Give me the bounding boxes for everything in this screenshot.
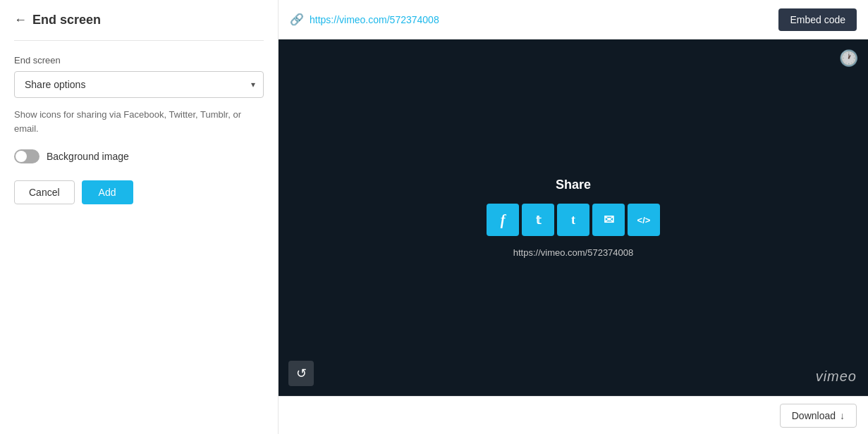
back-header: ← End screen	[0, 0, 278, 40]
clock-icon: 🕐	[839, 49, 858, 68]
add-button[interactable]: Add	[82, 180, 133, 204]
link-icon: 🔗	[290, 13, 304, 26]
email-share-button[interactable]: ✉	[592, 204, 625, 236]
toggle-label: Background image	[47, 151, 129, 162]
left-panel: ← End screen End screen Share options Su…	[0, 0, 279, 434]
background-image-toggle[interactable]	[14, 149, 39, 163]
twitter-share-button[interactable]: 𝕥	[522, 204, 554, 236]
share-section: Share f 𝕥 t ✉ </> https://vimeo.com/5723…	[487, 178, 660, 258]
end-screen-select[interactable]: Share options Subscribe Watch again Noth…	[14, 71, 264, 98]
url-left: 🔗 https://vimeo.com/572374008	[290, 13, 439, 26]
panel-body: End screen Share options Subscribe Watch…	[0, 41, 278, 218]
replay-button[interactable]: ↺	[288, 361, 314, 386]
facebook-share-button[interactable]: f	[487, 204, 519, 236]
toggle-thumb	[16, 151, 27, 162]
share-icons: f 𝕥 t ✉ </>	[487, 204, 660, 236]
url-bar: 🔗 https://vimeo.com/572374008 Embed code	[279, 0, 868, 39]
button-row: Cancel Add	[14, 180, 264, 204]
embed-share-button[interactable]: </>	[628, 204, 660, 236]
description-text: Show icons for sharing via Facebook, Twi…	[14, 108, 264, 135]
field-label: End screen	[14, 55, 264, 66]
share-url-text: https://vimeo.com/572374008	[513, 247, 634, 258]
download-label: Download	[792, 410, 836, 421]
share-title: Share	[556, 178, 591, 192]
download-button[interactable]: Download ↓	[780, 404, 857, 428]
right-panel: 🔗 https://vimeo.com/572374008 Embed code…	[279, 0, 868, 434]
back-arrow-icon[interactable]: ←	[14, 13, 27, 27]
background-image-toggle-row: Background image	[14, 149, 264, 163]
replay-icon: ↺	[296, 366, 307, 381]
video-preview: 🕐 Share f 𝕥 t ✉ </> https://vimeo.com/57…	[279, 39, 868, 396]
video-url[interactable]: https://vimeo.com/572374008	[310, 14, 439, 25]
dropdown-wrapper: Share options Subscribe Watch again Noth…	[14, 71, 264, 98]
cancel-button[interactable]: Cancel	[14, 180, 75, 204]
download-arrow-icon: ↓	[840, 410, 845, 421]
vimeo-logo: vimeo	[816, 368, 857, 385]
embed-code-button[interactable]: Embed code	[778, 8, 857, 31]
bottom-bar: Download ↓	[279, 396, 868, 434]
page-title: End screen	[32, 13, 101, 27]
tumblr-share-button[interactable]: t	[557, 204, 589, 236]
